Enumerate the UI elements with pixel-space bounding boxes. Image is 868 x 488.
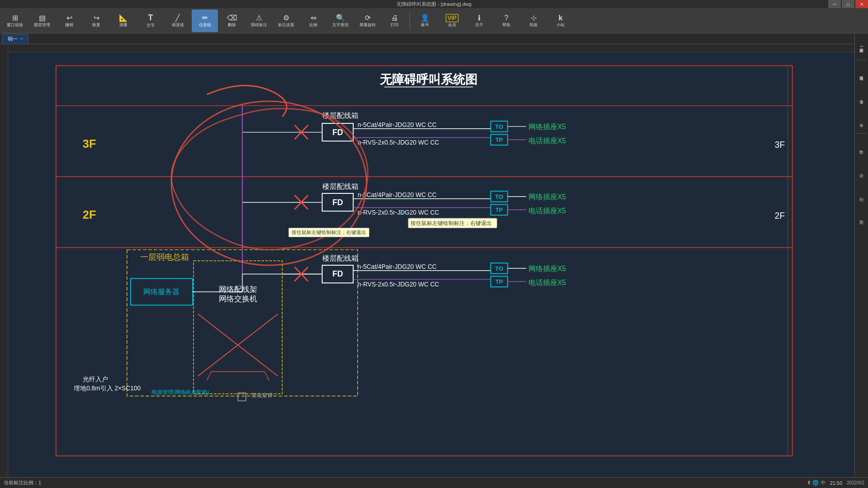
text-find-icon: 🔍: [336, 14, 345, 22]
tool-screen-rotate[interactable]: ⟳ 屏幕旋转: [354, 9, 381, 32]
text-find-label: 文字查找: [332, 23, 349, 28]
svg-text:网络交换机: 网络交换机: [219, 295, 257, 303]
clock-date: 2022/9/2: [847, 480, 864, 485]
svg-text:光纤入户: 光纤入户: [83, 376, 108, 383]
main-svg: 无障碍呼叫系统图 3F 3F 楼层配线箱 FD n-5Cat/4Pair-JDG…: [8, 52, 854, 477]
svg-text:电话插座X5: 电话插座X5: [528, 207, 566, 215]
tool-layer-mgmt[interactable]: ▤ 图层管理: [29, 9, 55, 32]
measure-icon: 📐: [119, 14, 128, 22]
svg-text:3F: 3F: [83, 137, 96, 150]
system-tray: ⬆ 🌐 中: [807, 479, 825, 486]
svg-text:2F: 2F: [83, 208, 96, 221]
tool-keda[interactable]: k 小站: [547, 9, 574, 32]
maximize-button[interactable]: □: [842, 0, 854, 8]
minimize-button[interactable]: ─: [828, 0, 841, 8]
text-label: 文字: [146, 23, 155, 28]
tool-undo[interactable]: ↩ 撤销: [56, 9, 82, 32]
screen-rotate-icon: ⟳: [365, 14, 371, 22]
ruler-left: [0, 44, 8, 477]
svg-text:电源管理(网络机房配电): 电源管理(网络机房配电): [151, 389, 209, 395]
right-panel-data[interactable]: 数: [856, 136, 868, 158]
tool-print[interactable]: 🖨 打印: [382, 9, 408, 32]
print-label: 打印: [391, 23, 399, 28]
svg-text:网络插座X5: 网络插座X5: [528, 193, 566, 201]
svg-text:美化空件: 美化空件: [251, 392, 273, 398]
close-button[interactable]: ✕: [855, 0, 868, 8]
screen-rotate-label: 屏幕旋转: [359, 23, 376, 28]
svg-text:电话插座X5: 电话插座X5: [528, 279, 566, 286]
svg-text:FD: FD: [332, 269, 343, 278]
account-label: 账号: [421, 23, 429, 28]
tool-about[interactable]: ℹ 关于: [466, 9, 492, 32]
account-icon: 👤: [420, 14, 429, 22]
status-bar: 当前标注比例：1 ⬆ 🌐 中 21:50 2022/9/2: [0, 477, 868, 488]
svg-text:2F: 2F: [774, 211, 785, 221]
tool-scale[interactable]: ⇔ 比例: [300, 9, 326, 32]
right-panel-settings[interactable]: 设: [856, 159, 868, 182]
window-controls: ─ □ ✕: [828, 0, 868, 8]
straight-line-icon: ╱: [175, 14, 180, 22]
svg-text:无障碍呼叫系统图: 无障碍呼叫系统图: [379, 72, 477, 86]
right-panel-project[interactable]: 项目名: [856, 62, 868, 84]
svg-text:网络配线架: 网络配线架: [219, 285, 257, 294]
tool-vip[interactable]: VIP 会员: [439, 9, 465, 32]
title-text: 无障碍呼叫系统图 - [drawing].dwg: [396, 1, 472, 8]
fault-mark-icon: ⚠: [256, 14, 262, 22]
svg-text:n-5Cat/4Pair-JDG20  WC  CC: n-5Cat/4Pair-JDG20 WC CC: [358, 122, 437, 128]
svg-text:n-5Cat/4Pair-JDG20  WC  CC: n-5Cat/4Pair-JDG20 WC CC: [358, 263, 437, 270]
text-icon: T: [148, 13, 153, 23]
tool-account[interactable]: 👤 账号: [412, 9, 438, 32]
tool-window-zoom[interactable]: ⊞ 窗口缩放: [2, 9, 28, 32]
about-label: 关于: [475, 23, 483, 28]
svg-text:✏: ✏: [400, 210, 405, 217]
svg-text:n-RVS-2x0.5r-JDG20  WC  CC: n-RVS-2x0.5r-JDG20 WC CC: [358, 209, 439, 216]
help-icon: ?: [505, 14, 509, 22]
undo-icon: ↩: [66, 14, 72, 22]
tab-weak1[interactable]: 弱一 ×: [2, 34, 28, 44]
right-panel-sep1: [857, 60, 866, 60]
right-panel-sheet[interactable]: 单: [856, 109, 868, 131]
measure-label: 测量: [119, 23, 127, 28]
fault-mark-label: 障碍标注: [251, 23, 267, 28]
svg-text:3F: 3F: [774, 140, 785, 150]
tool-freehand[interactable]: ✏ 任意线: [192, 9, 218, 32]
layer-mgmt-label: 图层管理: [34, 23, 50, 28]
tool-measure[interactable]: 📐 测量: [110, 9, 137, 32]
svg-text:网络服务器: 网络服务器: [143, 288, 179, 296]
mark-settings-icon: ⚙: [283, 14, 289, 22]
tool-text[interactable]: T 文字: [137, 9, 164, 32]
vip-label: 会员: [448, 23, 456, 28]
tab-close-icon[interactable]: ×: [20, 37, 23, 41]
drawing-canvas[interactable]: 无障碍呼叫系统图 3F 3F 楼层配线箱 FD n-5Cat/4Pair-JDG…: [8, 52, 854, 477]
right-panel-building[interactable]: 建筑单1: [856, 35, 868, 58]
tool-fault-mark[interactable]: ⚠ 障碍标注: [246, 9, 272, 32]
right-panel-diagram[interactable]: 图: [856, 206, 868, 229]
freehand-icon: ✏: [202, 14, 208, 22]
right-panel-cut[interactable]: 剖: [856, 183, 868, 205]
svg-text:楼层配线箱: 楼层配线箱: [322, 254, 359, 262]
scale-icon: ⇔: [311, 14, 316, 22]
freehand-label: 任意线: [199, 23, 211, 28]
clock-time: 21:50: [830, 480, 843, 486]
about-icon: ℹ: [478, 14, 481, 22]
tab-label: 弱一: [8, 36, 18, 42]
tool-redo[interactable]: ↪ 恢复: [83, 9, 109, 32]
svg-text:TP: TP: [495, 136, 503, 143]
svg-text:n-RVS-2x0.5r-JDG20  WC  CC: n-RVS-2x0.5r-JDG20 WC CC: [358, 281, 439, 288]
tool-text-find[interactable]: 🔍 文字查找: [327, 9, 354, 32]
tool-mark-settings[interactable]: ⚙ 标注设置: [273, 9, 299, 32]
right-panel: 建筑单1 项目名 专业 单 数 设 剖 图: [854, 33, 868, 477]
tool-help[interactable]: ? 帮助: [493, 9, 519, 32]
redo-label: 恢复: [92, 23, 100, 28]
status-right: ⬆ 🌐 中 21:50 2022/9/2: [807, 479, 864, 486]
tool-straight-line[interactable]: ╱ 画直线: [165, 9, 191, 32]
right-panel-building-label: 建筑单1: [859, 45, 864, 47]
tool-style[interactable]: ⊹ 风格: [520, 9, 547, 32]
tool-erase[interactable]: ⌫ 删除: [219, 9, 245, 32]
svg-text:电话插座X5: 电话插座X5: [528, 137, 566, 145]
right-panel-sep2: [857, 133, 866, 134]
svg-text:TO: TO: [495, 193, 503, 200]
canvas-area[interactable]: 无障碍呼叫系统图 3F 3F 楼层配线箱 FD n-5Cat/4Pair-JDG…: [0, 44, 854, 477]
svg-text:网络插座X5: 网络插座X5: [528, 123, 566, 131]
right-panel-spec[interactable]: 专业: [856, 85, 868, 108]
